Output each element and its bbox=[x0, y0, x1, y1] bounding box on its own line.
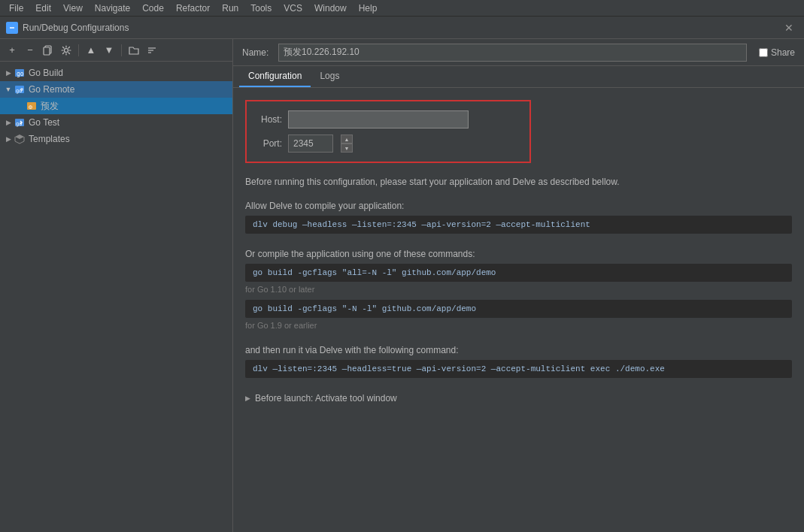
host-row: Host: bbox=[256, 110, 520, 128]
section2-code2: go build -gcflags "-N -l" github.com/app… bbox=[245, 300, 792, 318]
go-build-icon: go bbox=[14, 67, 26, 79]
toolbar-separator-2 bbox=[121, 44, 122, 56]
menu-window[interactable]: Window bbox=[308, 2, 353, 15]
port-input[interactable] bbox=[288, 135, 333, 153]
tree-arrow-go-build: ▶ bbox=[3, 68, 14, 78]
close-button[interactable]: ✕ bbox=[780, 20, 798, 35]
tree-label-go-test: Go Test bbox=[29, 117, 59, 128]
section1-title: Allow Delve to compile your application: bbox=[245, 201, 792, 211]
tree-label-go-remote: Go Remote bbox=[29, 84, 74, 95]
tree-label-yufa: 预发 bbox=[41, 100, 59, 113]
menu-run[interactable]: Run bbox=[216, 2, 244, 15]
sort-button[interactable] bbox=[144, 43, 159, 58]
spin-up-button[interactable]: ▲ bbox=[341, 135, 353, 144]
section2-sub2: for Go 1.9 or earlier bbox=[245, 321, 792, 330]
before-launch-label: Before launch: Activate tool window bbox=[255, 393, 397, 404]
tree-arrow-templates: ▶ bbox=[3, 134, 14, 144]
add-button[interactable]: + bbox=[5, 43, 20, 58]
before-launch-section[interactable]: ▶ Before launch: Activate tool window bbox=[245, 393, 792, 404]
tree-item-yufa[interactable]: ⚙ 预发 bbox=[0, 98, 232, 114]
tree-item-go-build[interactable]: ▶ go Go Build bbox=[0, 65, 232, 81]
folder-button[interactable] bbox=[126, 43, 141, 58]
go-test-icon: go bbox=[14, 116, 26, 128]
tab-logs[interactable]: Logs bbox=[311, 66, 348, 87]
port-row: Port: ▲ ▼ bbox=[256, 135, 520, 153]
config-box: Host: Port: ▲ ▼ bbox=[245, 100, 531, 163]
remove-button[interactable]: − bbox=[23, 43, 38, 58]
tree-label-go-build: Go Build bbox=[29, 68, 63, 78]
content-area: Host: Port: ▲ ▼ Before running this conf… bbox=[233, 88, 804, 532]
tree-item-go-remote[interactable]: ▼ go Go Remote bbox=[0, 81, 232, 98]
menubar: File Edit View Navigate Code Refactor Ru… bbox=[0, 0, 804, 17]
toolbar-separator bbox=[78, 44, 79, 56]
section2-sub1: for Go 1.10 or later bbox=[245, 285, 792, 294]
section-allow-delve: Allow Delve to compile your application:… bbox=[245, 201, 792, 234]
intro-text: Before running this configuration, pleas… bbox=[245, 175, 792, 189]
copy-button[interactable] bbox=[41, 43, 56, 58]
menu-tools[interactable]: Tools bbox=[244, 2, 278, 15]
dialog-title: Run/Debug Configurations bbox=[23, 23, 780, 33]
share-label: Share bbox=[771, 47, 795, 58]
name-input[interactable] bbox=[278, 44, 747, 62]
spin-down-button[interactable]: ▼ bbox=[341, 144, 353, 153]
dialog-titlebar: Run/Debug Configurations ✕ bbox=[0, 17, 804, 39]
svg-text:⚙: ⚙ bbox=[29, 104, 32, 110]
tree-item-templates[interactable]: ▶ Templates bbox=[0, 131, 232, 147]
dialog-icon bbox=[6, 22, 18, 34]
section3-code: dlv —listen=:2345 —headless=true —api-ve… bbox=[245, 360, 792, 378]
svg-point-5 bbox=[65, 48, 68, 52]
share-section: Share bbox=[759, 47, 795, 58]
tab-configuration[interactable]: Configuration bbox=[239, 66, 311, 87]
menu-file[interactable]: File bbox=[3, 2, 29, 15]
menu-code[interactable]: Code bbox=[136, 2, 170, 15]
left-panel: + − ▲ ▼ bbox=[0, 39, 233, 532]
svg-point-0 bbox=[8, 23, 12, 28]
tree-item-go-test[interactable]: ▶ go Go Test bbox=[0, 114, 232, 131]
tree-arrow-go-remote: ▼ bbox=[3, 84, 14, 95]
section3-title: and then run it via Delve with the follo… bbox=[245, 345, 792, 355]
tabs-bar: Configuration Logs bbox=[233, 66, 804, 88]
settings-button[interactable] bbox=[59, 43, 74, 58]
section2-code1: go build -gcflags "all=-N -l" github.com… bbox=[245, 264, 792, 282]
name-row: Name: Share bbox=[233, 39, 804, 66]
menu-vcs[interactable]: VCS bbox=[278, 2, 308, 15]
section1-code: dlv debug —headless —listen=:2345 —api-v… bbox=[245, 216, 792, 234]
before-launch-arrow: ▶ bbox=[245, 394, 250, 402]
toolbar: + − ▲ ▼ bbox=[0, 39, 232, 62]
menu-navigate[interactable]: Navigate bbox=[89, 2, 136, 15]
move-down-button[interactable]: ▼ bbox=[102, 43, 117, 58]
config-tree: ▶ go Go Build ▼ go bbox=[0, 62, 232, 532]
svg-point-13 bbox=[20, 88, 23, 91]
menu-help[interactable]: Help bbox=[353, 2, 384, 15]
yufa-config-icon: ⚙ bbox=[26, 100, 38, 112]
section-compile: Or compile the application using one of … bbox=[245, 249, 792, 330]
menu-refactor[interactable]: Refactor bbox=[170, 2, 216, 15]
move-up-button[interactable]: ▲ bbox=[83, 43, 99, 58]
go-remote-icon: go bbox=[14, 83, 26, 95]
host-input[interactable] bbox=[288, 110, 469, 128]
svg-point-1 bbox=[12, 28, 17, 32]
port-spinner: ▲ ▼ bbox=[341, 135, 353, 153]
main-container: + − ▲ ▼ bbox=[0, 39, 804, 532]
name-label: Name: bbox=[242, 47, 272, 58]
tree-label-templates: Templates bbox=[29, 134, 70, 144]
svg-rect-4 bbox=[44, 47, 50, 55]
tree-arrow-go-test: ▶ bbox=[3, 117, 14, 128]
section2-title: Or compile the application using one of … bbox=[245, 249, 792, 259]
templates-icon bbox=[14, 133, 26, 145]
share-checkbox[interactable] bbox=[759, 48, 768, 57]
section-run: and then run it via Delve with the follo… bbox=[245, 345, 792, 378]
port-label: Port: bbox=[256, 138, 282, 149]
host-label: Host: bbox=[256, 114, 282, 125]
menu-view[interactable]: View bbox=[57, 2, 89, 15]
menu-edit[interactable]: Edit bbox=[29, 2, 57, 15]
svg-text:go: go bbox=[17, 71, 24, 77]
right-panel: Name: Share Configuration Logs Host: Por… bbox=[233, 39, 804, 532]
